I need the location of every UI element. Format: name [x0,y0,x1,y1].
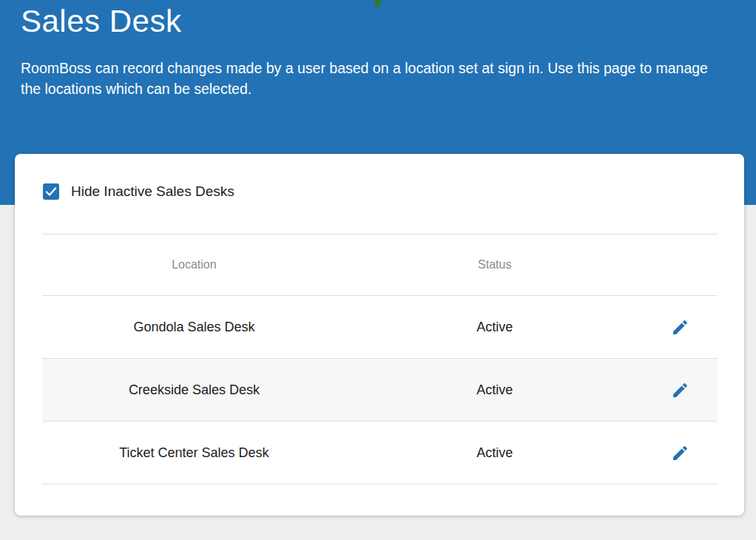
table-row: Creekside Sales Desk Active [42,359,718,422]
hide-inactive-filter: Hide Inactive Sales Desks [43,183,234,200]
edit-button[interactable] [671,444,689,462]
green-marker [375,0,380,7]
table-row: Gondola Sales Desk Active [42,296,718,359]
page-title: Sales Desk [21,4,181,39]
column-header-status: Status [346,258,644,271]
hide-inactive-label[interactable]: Hide Inactive Sales Desks [71,183,234,200]
checkmark-icon [45,186,57,197]
edit-pencil-icon [671,381,689,399]
edit-button[interactable] [671,381,689,399]
status-cell: Active [346,382,644,398]
edit-pencil-icon [671,318,689,337]
page-description: RoomBoss can record changes made by a us… [21,58,731,99]
status-cell: Active [346,320,644,335]
table-row: Ticket Center Sales Desk Active [42,422,718,485]
location-cell: Gondola Sales Desk [42,320,346,335]
status-cell: Active [346,445,644,461]
hide-inactive-checkbox[interactable] [43,183,59,200]
sales-desk-table: Location Status Gondola Sales Desk Activ… [42,234,718,485]
sales-desk-card: Hide Inactive Sales Desks Location Statu… [15,154,744,516]
location-cell: Ticket Center Sales Desk [42,445,346,461]
location-cell: Creekside Sales Desk [42,382,346,398]
table-header-row: Location Status [42,234,718,296]
edit-pencil-icon [671,444,689,462]
edit-button[interactable] [671,318,689,337]
column-header-location: Location [42,258,346,271]
